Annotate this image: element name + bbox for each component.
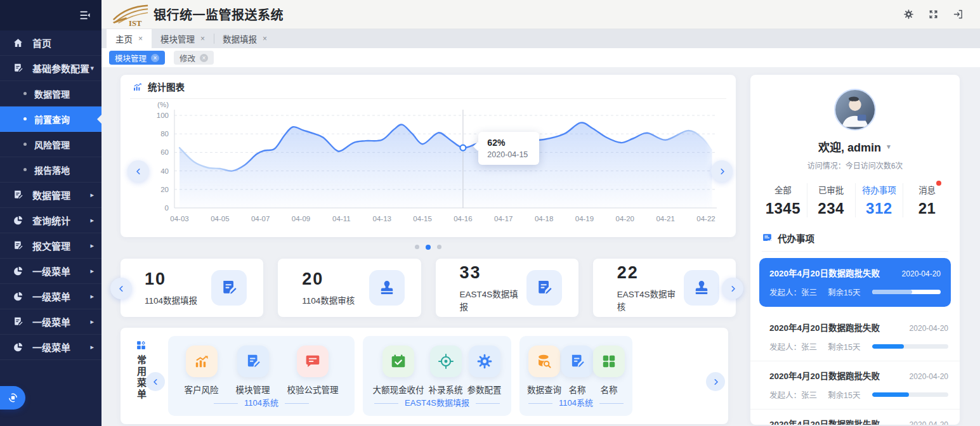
svg-text:04-17: 04-17 (494, 215, 513, 223)
quick-next-button[interactable] (706, 372, 725, 391)
chip-label: 模块管理 (115, 52, 147, 64)
sidebar-item[interactable]: 数据管理 ▸ (0, 183, 101, 208)
chart-next-button[interactable] (711, 160, 733, 182)
stat-card[interactable]: 33 EAST4S数据填报 (436, 259, 578, 317)
chip-close-icon[interactable]: × (200, 54, 208, 62)
todo-item[interactable]: 2020年4月20日数据跑批失败 2020-04-20 发起人：张三 剩余4天 (750, 409, 960, 425)
sidebar-item[interactable]: 数据管理 (0, 81, 101, 106)
stat-card[interactable]: 10 1104数据填报 (121, 259, 263, 317)
sidebar-item[interactable]: 查询统计 ▸ (0, 208, 101, 233)
quick-menu-item-icon (528, 345, 560, 377)
todo-item[interactable]: 2020年4月20日数据跑批失败 2020-04-20 发起人：张三 剩余15天 (759, 258, 951, 307)
tab-label: 数据填报 (223, 32, 257, 45)
bullet-dot-icon (23, 117, 27, 120)
profile-stat[interactable]: 消息 21 (903, 183, 951, 217)
tab-close-icon[interactable]: × (200, 34, 205, 43)
sidebar-item[interactable]: 一级菜单 ▸ (0, 309, 101, 335)
stat-card[interactable]: 22 EAST4S数据审核 (593, 259, 736, 317)
sidebar-item[interactable]: 一级菜单 ▸ (0, 284, 101, 309)
quick-menu-item-label: 名称 (569, 383, 586, 396)
svg-text:100: 100 (157, 112, 169, 119)
caret-icon: ▸ (90, 343, 94, 351)
sidebar: 首页 基础参数配置 ▾ 数据管理 前置查询 风险管理 (0, 0, 101, 426)
svg-text:80: 80 (160, 130, 169, 138)
quick-menu-item-icon (593, 345, 625, 377)
welcome-row[interactable]: 欢迎, admin ▼ (750, 138, 960, 155)
quick-menu-item[interactable]: 数据查询 (527, 345, 561, 396)
sidebar-item-label: 风险管理 (34, 138, 70, 151)
bullet-dot-icon (23, 92, 27, 95)
tab[interactable]: 主页 × (107, 29, 152, 48)
profile-stat-value: 312 (856, 200, 903, 217)
cards-next-button[interactable] (722, 278, 743, 299)
caret-icon: ▸ (90, 292, 94, 300)
sidebar-collapse-icon[interactable] (79, 9, 91, 22)
float-capture-button[interactable] (0, 386, 25, 410)
visit-info: 访问情况：今日访问次数6次 (750, 160, 960, 171)
sidebar-item[interactable]: 前置查询 (0, 106, 101, 132)
sidebar-item-label: 报告落地 (34, 164, 70, 176)
carousel-dot[interactable] (426, 245, 431, 250)
carousel-dot[interactable] (415, 245, 419, 249)
todo-item-remaining: 剩余15天 (828, 340, 872, 352)
app-header: IST 银行统一监管报送系统 (101, 0, 980, 29)
quick-menu-item-icon (561, 345, 593, 377)
cards-prev-button[interactable] (110, 278, 132, 299)
sidebar-item[interactable]: 一级菜单 ▸ (0, 335, 101, 360)
quick-menu-item-label: 名称 (601, 383, 618, 396)
tab-close-icon[interactable]: × (263, 34, 267, 43)
profile-stat[interactable]: 已审批 234 (807, 183, 856, 217)
quick-menu-item-label: 数据查询 (527, 383, 561, 396)
svg-text:20: 20 (160, 186, 169, 193)
profile-panel: 欢迎, admin ▼ 访问情况：今日访问次数6次 全部 1345 已审批 23… (750, 75, 960, 425)
chart-prev-button[interactable] (127, 160, 149, 182)
quick-menu-group: 大额现金收付 补录系统 参数配置 EAST4S数据填报 (363, 336, 511, 416)
tab-bar: 主页 × 模块管理 × 数据填报 × (101, 29, 980, 48)
bullet-dot-icon (23, 143, 27, 146)
sidebar-item-label: 首页 (32, 36, 51, 49)
chip-close-icon[interactable]: × (151, 54, 159, 62)
todo-item[interactable]: 2020年4月20日数据跑批失败 2020-04-20 发起人：张三 剩余15天 (750, 313, 960, 361)
tab-close-icon[interactable]: × (138, 34, 143, 43)
quick-menu-item[interactable]: 名称 (593, 345, 625, 396)
carousel-dot[interactable] (437, 245, 441, 249)
quick-menu-item[interactable]: 参数配置 (467, 345, 502, 396)
sidebar-item[interactable]: 首页 (0, 30, 101, 56)
stat-card[interactable]: 20 1104数据审核 (278, 259, 421, 317)
tab[interactable]: 模块管理 × (152, 29, 214, 48)
app-title: 银行统一监管报送系统 (154, 5, 284, 23)
sidebar-item-icon (13, 190, 23, 200)
filter-chip[interactable]: 修改 × (174, 51, 214, 65)
sidebar-item[interactable]: 一级菜单 ▸ (0, 259, 101, 284)
sidebar-item[interactable]: 风险管理 (0, 132, 101, 157)
profile-stat[interactable]: 全部 1345 (759, 183, 807, 217)
quick-menu-item[interactable]: 校验公式管理 (287, 345, 339, 396)
line-chart[interactable]: 020406080100(%)04-0304-0504-0704-0904-11… (130, 101, 726, 236)
quick-menu-item[interactable]: 补录系统 (429, 345, 463, 396)
sidebar-item[interactable]: 报告落地 (0, 157, 101, 183)
quick-menu-item[interactable]: 模块管理 (236, 345, 270, 396)
todo-item[interactable]: 2020年4月20日数据跑批失败 2020-04-20 发起人：张三 剩余15天 (750, 361, 960, 409)
caret-icon: ▸ (90, 318, 94, 326)
svg-text:04-19: 04-19 (575, 215, 594, 223)
quick-menu-item[interactable]: 名称 (561, 345, 593, 396)
statistics-chart-card: 统计图表 0204 (121, 75, 736, 237)
sidebar-item-label: 一级菜单 (32, 264, 70, 278)
sidebar-item-label: 前置查询 (34, 113, 70, 126)
quick-menu-item[interactable]: 大额现金收付 (373, 345, 424, 396)
settings-gear-icon[interactable] (903, 9, 914, 20)
svg-text:04-05: 04-05 (211, 215, 229, 223)
avatar[interactable] (834, 89, 876, 131)
profile-stat[interactable]: 待办事项 312 (856, 183, 904, 217)
logout-icon[interactable] (953, 9, 964, 20)
fullscreen-icon[interactable] (928, 9, 939, 20)
quick-menu-side: 常用菜单 (134, 340, 148, 401)
quick-menu-item[interactable]: 客户风险 (185, 345, 219, 396)
quick-menu-item-icon (382, 345, 414, 377)
sidebar-item[interactable]: 报文管理 ▸ (0, 233, 101, 259)
sidebar-item[interactable]: 基础参数配置 ▾ (0, 56, 101, 81)
quick-prev-button[interactable] (146, 372, 165, 391)
filter-chip[interactable]: 模块管理 × (109, 51, 165, 65)
tab[interactable]: 数据填报 × (214, 29, 276, 48)
caret-icon: ▸ (90, 242, 94, 250)
